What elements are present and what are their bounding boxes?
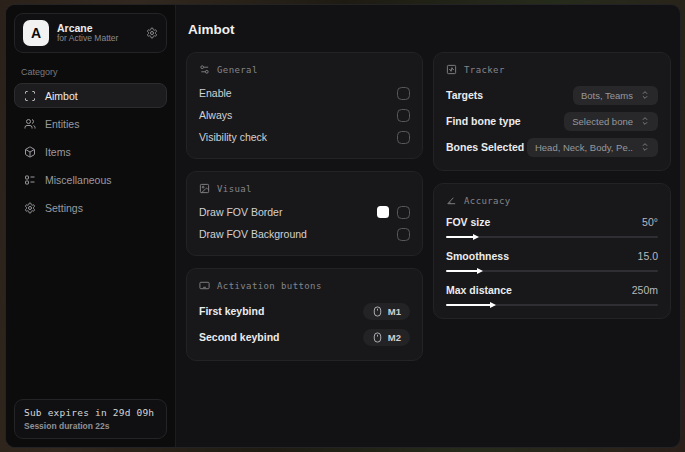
cube-icon — [24, 146, 36, 158]
setting-row-smoothness: Smoothness 15.0 — [446, 247, 658, 272]
fov-size-slider[interactable] — [446, 236, 658, 238]
setting-row-draw-fov-background: Draw FOV Background — [199, 223, 410, 245]
sidebar-item-label: Aimbot — [45, 90, 78, 102]
dropdown-value: Bots, Teams — [581, 90, 633, 101]
angle-icon — [446, 195, 457, 206]
setting-row-fov-size: FOV size 50° — [446, 213, 658, 238]
gear-icon — [24, 202, 36, 214]
page-title: Aimbot — [188, 22, 671, 37]
slider-fill — [446, 304, 493, 306]
sliders-icon — [199, 64, 210, 75]
sidebar-item-settings[interactable]: Settings — [14, 195, 167, 220]
activation-buttons-card: Activation buttons First keybind M1 — [186, 268, 423, 361]
chevrons-up-down-icon — [640, 90, 650, 100]
setting-label: Max distance — [446, 284, 512, 296]
slider-value: 250m — [632, 284, 658, 296]
setting-row-bones-selected: Bones Selected Head, Neck, Body, Pe.. — [446, 134, 658, 160]
slider-thumb[interactable] — [473, 234, 479, 240]
slider-fill — [446, 236, 476, 238]
setting-row-always: Always — [199, 104, 410, 126]
users-icon — [24, 118, 36, 130]
setting-label: Always — [199, 109, 232, 121]
targets-dropdown[interactable]: Bots, Teams — [573, 86, 658, 105]
sidebar: A Arcane for Active Matter Category Aimb… — [6, 5, 176, 447]
slider-thumb[interactable] — [477, 268, 483, 274]
setting-row-targets: Targets Bots, Teams — [446, 82, 658, 108]
subscription-info-card: Sub expires in 29d 09h Session duration … — [14, 399, 167, 439]
setting-label: Smoothness — [446, 250, 509, 262]
mouse-icon — [372, 332, 383, 343]
sidebar-item-label: Settings — [45, 202, 83, 214]
cheat-menu-window: A Arcane for Active Matter Category Aimb… — [5, 4, 681, 448]
crosshair-scan-icon — [24, 90, 36, 102]
section-title: Activation buttons — [217, 281, 322, 291]
draw-fov-border-checkbox[interactable] — [397, 206, 410, 219]
section-title: Tracker — [464, 65, 505, 75]
dropdown-value: Head, Neck, Body, Pe.. — [535, 142, 633, 153]
setting-label: Draw FOV Background — [199, 228, 307, 240]
max-distance-slider[interactable] — [446, 304, 658, 306]
dropdown-value: Selected bone — [572, 116, 633, 127]
section-title: General — [217, 65, 258, 75]
list-icon — [24, 174, 36, 186]
general-card: General Enable Always Visibility check — [186, 52, 423, 159]
image-icon — [199, 183, 210, 194]
slider-value: 50° — [642, 216, 658, 228]
setting-label: Second keybind — [199, 331, 280, 343]
brand-subtitle: for Active Matter — [57, 34, 138, 44]
always-checkbox[interactable] — [397, 109, 410, 122]
setting-row-find-bone-type: Find bone type Selected bone — [446, 108, 658, 134]
sidebar-item-label: Entities — [45, 118, 79, 130]
sidebar-item-aimbot[interactable]: Aimbot — [14, 83, 167, 108]
section-title: Accuracy — [464, 196, 511, 206]
sidebar-item-label: Items — [45, 146, 71, 158]
section-title: Visual — [217, 184, 252, 194]
keybind-value: M1 — [388, 306, 401, 317]
second-keybind-button[interactable]: M2 — [363, 329, 410, 346]
visibility-check-checkbox[interactable] — [397, 131, 410, 144]
keybind-value: M2 — [388, 332, 401, 343]
sub-expires-text: Sub expires in 29d 09h — [24, 407, 157, 418]
category-nav: Aimbot Entities Items — [14, 83, 167, 220]
setting-label: Draw FOV Border — [199, 206, 282, 218]
sidebar-item-label: Miscellaneous — [45, 174, 112, 186]
mouse-icon — [372, 306, 383, 317]
setting-label: Bones Selected — [446, 141, 524, 153]
setting-label: Find bone type — [446, 115, 521, 127]
slider-thumb[interactable] — [490, 302, 496, 308]
chevrons-up-down-icon — [640, 116, 650, 126]
setting-label: First keybind — [199, 305, 264, 317]
setting-row-draw-fov-border: Draw FOV Border — [199, 201, 410, 223]
gear-icon[interactable] — [146, 27, 158, 39]
session-duration-text: Session duration 22s — [24, 421, 157, 431]
find-bone-type-dropdown[interactable]: Selected bone — [564, 112, 658, 131]
fov-border-color-swatch[interactable] — [377, 206, 389, 218]
setting-label: Targets — [446, 89, 483, 101]
setting-row-visibility-check: Visibility check — [199, 126, 410, 148]
bones-selected-dropdown[interactable]: Head, Neck, Body, Pe.. — [527, 138, 658, 157]
main-content: Aimbot General Enable — [176, 5, 681, 447]
sidebar-item-miscellaneous[interactable]: Miscellaneous — [14, 167, 167, 192]
slider-value: 15.0 — [638, 250, 658, 262]
brand-logo: A — [23, 20, 49, 46]
game-screen: A Arcane for Active Matter Category Aimb… — [0, 0, 685, 452]
activity-icon — [446, 64, 457, 75]
smoothness-slider[interactable] — [446, 270, 658, 272]
sidebar-item-entities[interactable]: Entities — [14, 111, 167, 136]
setting-row-max-distance: Max distance 250m — [446, 281, 658, 306]
keyboard-icon — [199, 280, 210, 291]
setting-label: Enable — [199, 87, 232, 99]
brand-card: A Arcane for Active Matter — [14, 13, 167, 53]
setting-row-first-keybind: First keybind M1 — [199, 298, 410, 324]
accuracy-card: Accuracy FOV size 50° — [433, 183, 671, 319]
first-keybind-button[interactable]: M1 — [363, 303, 410, 320]
category-label: Category — [21, 67, 167, 77]
setting-label: FOV size — [446, 216, 490, 228]
enable-checkbox[interactable] — [397, 87, 410, 100]
sidebar-item-items[interactable]: Items — [14, 139, 167, 164]
tracker-card: Tracker Targets Bots, Teams — [433, 52, 671, 171]
slider-fill — [446, 270, 480, 272]
setting-row-second-keybind: Second keybind M2 — [199, 324, 410, 350]
setting-label: Visibility check — [199, 131, 267, 143]
draw-fov-background-checkbox[interactable] — [397, 228, 410, 241]
